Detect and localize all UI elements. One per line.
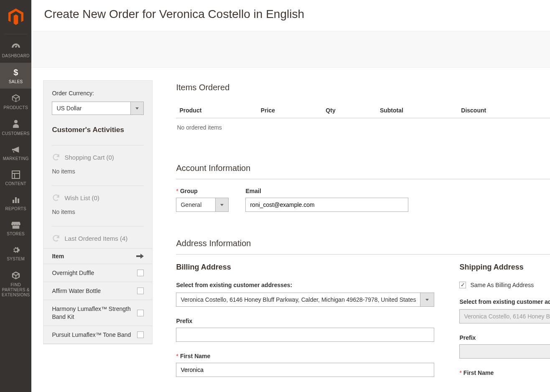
person-icon <box>12 120 20 129</box>
nav-products[interactable]: PRODUCTS <box>0 89 31 115</box>
shipping-address-title: Shipping Address <box>459 263 550 272</box>
no-items-text: No items <box>52 209 144 215</box>
chevron-down-icon <box>130 102 144 115</box>
shipping-prefix-field <box>459 344 550 359</box>
box-icon <box>11 94 20 103</box>
nav-dashboard[interactable]: DASHBOARD <box>0 38 31 63</box>
order-form: Items Ordered Add Products Product Price… <box>153 80 550 388</box>
svg-rect-6 <box>15 197 17 203</box>
billing-first-name-field[interactable] <box>176 363 434 377</box>
list-item: Pursuit Lumaflex™ Tone Band <box>43 326 152 344</box>
nav-label: SALES <box>2 79 30 84</box>
nav-content[interactable]: CONTENT <box>0 165 31 191</box>
nav-label: FIND PARTNERS & EXTENSIONS <box>2 283 30 298</box>
action-bar: Cancel Submit Order <box>31 31 550 68</box>
nav-label: PRODUCTS <box>2 105 30 110</box>
billing-prefix-label: Prefix <box>176 318 434 324</box>
address-info-title: Address Information <box>176 239 550 255</box>
item-table-header: Item <box>43 248 152 264</box>
same-as-billing-checkbox[interactable] <box>459 282 466 288</box>
email-label: Email <box>245 188 408 194</box>
svg-rect-2 <box>12 171 20 178</box>
chevron-down-icon <box>420 293 434 307</box>
wish-list-label: Wish List (0) <box>64 194 99 201</box>
svg-point-1 <box>14 120 18 123</box>
megaphone-icon <box>11 145 20 154</box>
magento-logo[interactable] <box>8 4 23 34</box>
nav-reports[interactable]: REPORTS <box>0 191 31 216</box>
item-checkbox[interactable] <box>137 270 144 276</box>
admin-sidebar: DASHBOARD $ SALES PRODUCTS CUSTOMERS MAR… <box>0 0 31 392</box>
layout-icon <box>12 171 20 179</box>
shipping-address-select: Veronica Costello, 6146 Honey Bluff Park… <box>459 309 550 323</box>
gear-icon <box>12 246 20 254</box>
nav-label: REPORTS <box>2 206 30 211</box>
items-ordered-table: Product Price Qty Subtotal Discount Row … <box>176 103 550 137</box>
shipping-prefix-label: Prefix <box>459 334 550 341</box>
last-ordered-label: Last Ordered Items (4) <box>64 235 127 242</box>
shipping-address-column: Shipping Address Same As Billing Address… <box>459 263 550 388</box>
item-checkbox[interactable] <box>137 310 144 316</box>
shipping-select-label: Select from existing customer addresses: <box>459 298 550 305</box>
refresh-icon[interactable] <box>52 193 60 202</box>
nav-label: CONTENT <box>2 181 30 186</box>
bars-icon <box>12 196 20 204</box>
svg-rect-7 <box>18 199 19 203</box>
gauge-icon <box>11 43 21 51</box>
nav-label: CUSTOMERS <box>2 131 30 136</box>
chevron-down-icon <box>215 198 229 212</box>
svg-rect-5 <box>13 200 14 203</box>
email-field[interactable] <box>245 198 408 212</box>
no-ordered-items: No ordered items <box>176 118 550 137</box>
nav-sales[interactable]: $ SALES <box>0 63 31 89</box>
nav-label: MARKETING <box>2 156 30 161</box>
no-items-text: No items <box>52 168 144 175</box>
refresh-icon[interactable] <box>52 153 60 161</box>
nav-stores[interactable]: STORES <box>0 216 31 241</box>
billing-first-name-label: First Name <box>176 353 434 359</box>
item-checkbox[interactable] <box>137 288 144 294</box>
billing-address-column: Billing Address Select from existing cus… <box>176 263 434 388</box>
arrow-right-icon <box>136 253 144 259</box>
svg-text:$: $ <box>13 68 18 77</box>
nav-customers[interactable]: CUSTOMERS <box>0 115 31 140</box>
nav-label: SYSTEM <box>2 257 30 262</box>
order-currency-label: Order Currency: <box>52 90 144 97</box>
dollar-icon: $ <box>12 68 20 77</box>
shopping-cart-label: Shopping Cart (0) <box>64 154 114 161</box>
item-checkbox[interactable] <box>137 331 144 338</box>
group-label: Group <box>176 188 229 194</box>
nav-marketing[interactable]: MARKETING <box>0 140 31 165</box>
order-currency-select[interactable]: US Dollar <box>52 102 144 115</box>
customer-activities-title: Customer's Activities <box>52 126 144 134</box>
billing-address-select[interactable]: Veronica Costello, 6146 Honey Bluff Park… <box>176 293 434 307</box>
nav-partners[interactable]: FIND PARTNERS & EXTENSIONS <box>0 266 31 302</box>
topbar: Create New Order for Veronica Costello i… <box>31 0 550 31</box>
billing-select-label: Select from existing customer addresses: <box>176 282 434 288</box>
nav-label: DASHBOARD <box>2 53 30 59</box>
page-title: Create New Order for Veronica Costello i… <box>44 8 304 21</box>
nav-label: STORES <box>2 232 30 237</box>
list-item: Overnight Duffle <box>43 264 152 282</box>
nav-system[interactable]: SYSTEM <box>0 241 31 266</box>
customer-activities-panel: Order Currency: US Dollar Customer's Act… <box>43 80 153 344</box>
shipping-first-name-label: First Name <box>459 369 550 376</box>
refresh-icon[interactable] <box>52 234 60 242</box>
store-icon <box>11 221 20 229</box>
billing-address-title: Billing Address <box>176 263 434 272</box>
list-item: Harmony Lumaflex™ Strength Band Kit <box>43 300 152 326</box>
partners-icon <box>11 271 20 280</box>
same-as-billing-label: Same As Billing Address <box>470 282 534 288</box>
items-ordered-title: Items Ordered <box>176 83 229 92</box>
group-select[interactable]: General <box>176 198 229 212</box>
list-item: Affirm Water Bottle <box>43 282 152 300</box>
account-info-title: Account Information <box>176 163 550 179</box>
billing-prefix-field[interactable] <box>176 328 434 342</box>
